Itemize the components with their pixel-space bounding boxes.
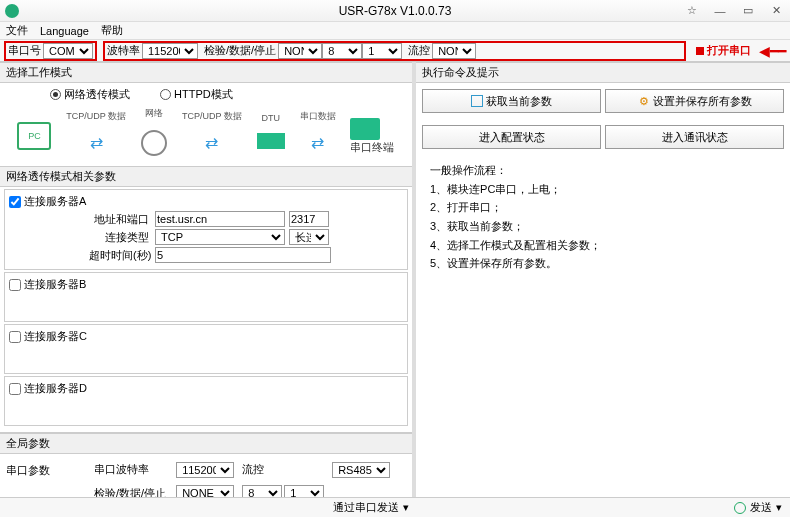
parity-label: 检验/数据/停止 (204, 43, 276, 58)
timeout-input[interactable] (155, 247, 331, 263)
send-button[interactable]: 发送 (750, 500, 772, 515)
conntype-select[interactable]: TCP (155, 229, 285, 245)
g-baud-select[interactable]: 115200 (176, 462, 234, 478)
params-section-title: 网络透传模式相关参数 (0, 166, 412, 187)
globe-icon (141, 130, 167, 156)
serial-params-group: 波特率 115200 检验/数据/停止 NONE 8 1 流控 NONE (103, 41, 686, 61)
dropdown-icon[interactable]: ▾ (776, 501, 782, 514)
arrow-icon: ⇄ (311, 134, 324, 151)
minimize-button[interactable]: — (706, 1, 734, 21)
menu-file[interactable]: 文件 (6, 23, 28, 38)
flow-label: 流控 (408, 43, 430, 58)
pc-icon: PC (17, 122, 51, 150)
mode-section-title: 选择工作模式 (0, 62, 412, 83)
app-icon (5, 4, 19, 18)
server-d-checkbox[interactable]: 连接服务器D (9, 381, 403, 396)
menu-bar: 文件 Language 帮助 (0, 22, 790, 40)
send-icon (734, 502, 746, 514)
port-select[interactable]: COM6 (43, 43, 93, 59)
baud-label: 波特率 (107, 43, 140, 58)
left-panel: 选择工作模式 网络透传模式 HTTPD模式 PC TCP/UDP 数据⇄ 网络 … (0, 62, 416, 497)
set-params-button[interactable]: ⚙设置并保存所有参数 (605, 89, 784, 113)
flow-select[interactable]: NONE (432, 43, 476, 59)
server-c-checkbox[interactable]: 连接服务器C (9, 329, 403, 344)
open-port-button[interactable]: 打开串口 (696, 43, 751, 58)
server-a-block: 连接服务器A 地址和端口 连接类型 TCP 长连接 超时时间(秒) (4, 189, 408, 270)
conntype2-select[interactable]: 长连接 (289, 229, 329, 245)
arrow-icon: ⇄ (205, 134, 218, 151)
arrow-annotation: ◀━━ (759, 43, 786, 59)
gear-icon: ⚙ (638, 95, 650, 107)
g-databits-select[interactable]: 8 (242, 485, 282, 497)
instruction-text: 一般操作流程： 1、模块连PC串口，上电； 2、打开串口； 3、获取当前参数； … (422, 155, 784, 279)
port-label: 串口号 (8, 43, 41, 58)
doc-icon (471, 95, 483, 107)
right-panel: 执行命令及提示 获取当前参数 ⚙设置并保存所有参数 进入配置状态 进入通讯状态 … (416, 62, 790, 497)
right-title: 执行命令及提示 (416, 62, 790, 83)
mode-net-radio[interactable]: 网络透传模式 (50, 87, 130, 102)
dtu-icon (257, 133, 285, 149)
global-section-title: 全局参数 (0, 433, 412, 454)
send-via-label: 通过串口发送 (333, 500, 399, 515)
menu-help[interactable]: 帮助 (101, 23, 123, 38)
stopbits-select[interactable]: 1 (362, 43, 402, 59)
databits-select[interactable]: 8 (322, 43, 362, 59)
g-flow-select[interactable]: RS485 (332, 462, 390, 478)
g-parity-select[interactable]: NONE (176, 485, 234, 497)
enter-config-button[interactable]: 进入配置状态 (422, 125, 601, 149)
terminal-icon (350, 118, 380, 140)
port-group: 串口号 COM6 (4, 41, 97, 61)
parity-select[interactable]: NONE (278, 43, 322, 59)
mode-httpd-radio[interactable]: HTTPD模式 (160, 87, 233, 102)
title-bar: USR-G78x V1.0.0.73 ☆ — ▭ ✕ (0, 0, 790, 22)
port-status-icon (696, 47, 704, 55)
menu-language[interactable]: Language (40, 25, 89, 37)
arrow-icon: ⇄ (90, 134, 103, 151)
server-d-block: 连接服务器D (4, 376, 408, 426)
maximize-button[interactable]: ▭ (734, 1, 762, 21)
enter-comm-button[interactable]: 进入通讯状态 (605, 125, 784, 149)
get-params-button[interactable]: 获取当前参数 (422, 89, 601, 113)
star-icon[interactable]: ☆ (678, 1, 706, 21)
server-b-checkbox[interactable]: 连接服务器B (9, 277, 403, 292)
server-b-block: 连接服务器B (4, 272, 408, 322)
serial-params-label: 串口参数 (6, 463, 86, 478)
server-c-block: 连接服务器C (4, 324, 408, 374)
baud-select[interactable]: 115200 (142, 43, 198, 59)
g-stopbits-select[interactable]: 1 (284, 485, 324, 497)
port-input[interactable] (289, 211, 329, 227)
addr-input[interactable] (155, 211, 285, 227)
dropdown-icon[interactable]: ▾ (403, 501, 409, 514)
close-button[interactable]: ✕ (762, 1, 790, 21)
topology-diagram: PC TCP/UDP 数据⇄ 网络 TCP/UDP 数据⇄ DTU 串口数据⇄ … (10, 108, 402, 164)
footer-bar: 通过串口发送 ▾ 发送 ▾ (0, 497, 790, 517)
server-a-checkbox[interactable]: 连接服务器A (9, 194, 403, 209)
serial-toolbar: 串口号 COM6 波特率 115200 检验/数据/停止 NONE 8 1 流控… (0, 40, 790, 62)
window-title: USR-G78x V1.0.0.73 (339, 4, 452, 18)
